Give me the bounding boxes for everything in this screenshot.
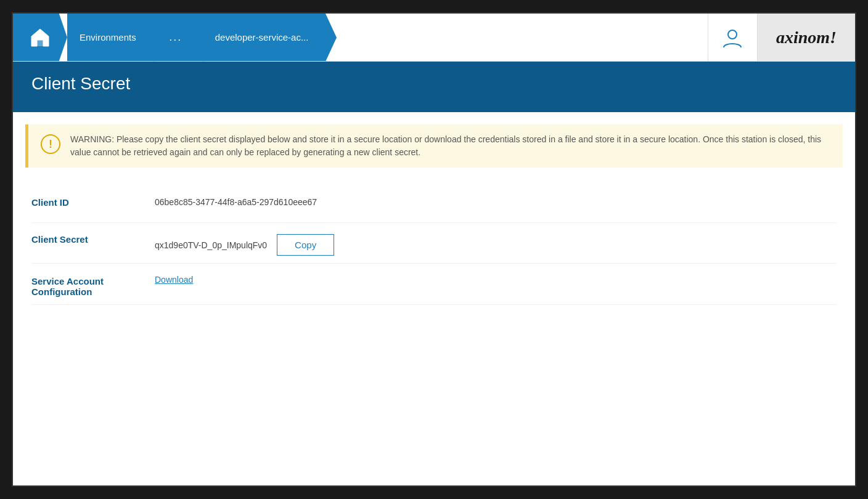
download-link[interactable]: Download <box>155 275 193 285</box>
client-secret-row: Client Secret qx1d9e0TV-D_0p_IMpulqFv0 C… <box>31 223 837 264</box>
breadcrumb-client-secret[interactable]: Client Secret <box>326 14 408 61</box>
breadcrumb-ellipsis-arrow <box>203 14 214 62</box>
svg-point-1 <box>728 30 737 39</box>
service-account-value-area: Download <box>155 271 837 285</box>
breadcrumb-service-arrow <box>326 14 337 62</box>
navbar: Environments ... developer-service-ac...… <box>13 14 855 62</box>
page-title: Client Secret <box>31 74 837 94</box>
warning-exclamation: ! <box>49 138 52 151</box>
home-button[interactable] <box>13 14 67 61</box>
breadcrumb-client-secret-arrow <box>408 14 419 62</box>
form-area: Client ID 06be8c85-3477-44f8-a6a5-297d61… <box>13 174 855 317</box>
client-secret-label: Client Secret <box>31 230 155 245</box>
breadcrumb-service-account-label: developer-service-ac... <box>215 32 309 43</box>
client-id-label: Client ID <box>31 193 155 208</box>
breadcrumb-environments[interactable]: Environments <box>67 14 154 61</box>
main-window: Environments ... developer-service-ac...… <box>12 12 856 487</box>
content-area: ! WARNING: Please copy the client secret… <box>13 112 855 485</box>
brand-text: axinom! <box>776 28 837 47</box>
client-secret-text: qx1d9e0TV-D_0p_IMpulqFv0 <box>155 240 267 250</box>
svg-rect-0 <box>37 40 43 46</box>
nav-right: axinom! <box>708 14 855 61</box>
warning-icon-circle: ! <box>41 134 60 154</box>
brand-logo: axinom! <box>758 14 855 61</box>
user-icon <box>721 26 743 49</box>
warning-text: WARNING: Please copy the client secret d… <box>70 133 830 159</box>
user-button[interactable] <box>708 14 758 61</box>
breadcrumb-nav: Environments ... developer-service-ac...… <box>67 14 708 61</box>
breadcrumb-service-account[interactable]: developer-service-ac... <box>203 14 326 61</box>
breadcrumb-client-secret-label: Client Secret <box>338 32 391 43</box>
copy-button[interactable]: Copy <box>277 234 334 256</box>
breadcrumb-environments-arrow <box>154 14 165 62</box>
service-account-label: Service Account Configuration <box>31 271 155 297</box>
home-icon <box>29 26 51 49</box>
service-account-row: Service Account Configuration Download <box>31 264 837 305</box>
breadcrumb-ellipsis-label: ... <box>169 31 182 44</box>
warning-banner: ! WARNING: Please copy the client secret… <box>25 124 843 168</box>
client-id-row: Client ID 06be8c85-3477-44f8-a6a5-297d61… <box>31 186 837 223</box>
client-id-text: 06be8c85-3477-44f8-a6a5-297d610eee67 <box>155 197 317 207</box>
page-header: Client Secret <box>13 62 855 112</box>
client-secret-value-area: qx1d9e0TV-D_0p_IMpulqFv0 Copy <box>155 230 837 256</box>
client-id-value: 06be8c85-3477-44f8-a6a5-297d610eee67 <box>155 193 837 207</box>
breadcrumb-environments-label: Environments <box>80 32 136 43</box>
